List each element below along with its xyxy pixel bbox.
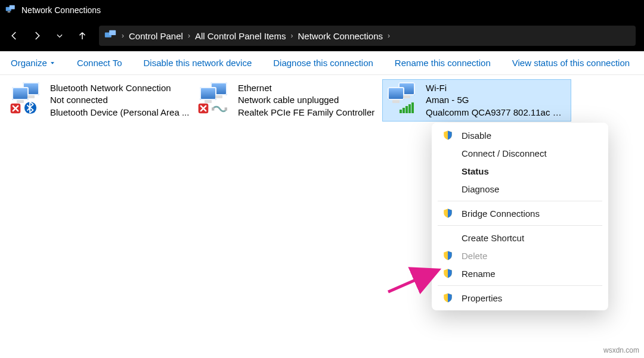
shield-icon — [442, 268, 453, 279]
svg-rect-9 — [225, 107, 227, 110]
connection-item-bluetooth[interactable]: Bluetooth Network Connection Not connect… — [7, 80, 195, 121]
titlebar: Network Connections — [0, 0, 644, 20]
menu-separator — [438, 201, 602, 201]
connection-status: Not connected — [50, 94, 189, 106]
connection-icon — [199, 82, 233, 113]
menu-label: Status — [462, 166, 489, 176]
svg-rect-4 — [109, 30, 116, 35]
svg-rect-13 — [408, 104, 411, 113]
connection-icon — [386, 82, 421, 113]
svg-rect-12 — [405, 106, 408, 113]
error-icon — [10, 102, 21, 114]
recent-dropdown[interactable] — [54, 30, 66, 42]
rename-button[interactable]: Rename this connection — [395, 58, 491, 68]
connection-status: Aman - 5G — [426, 94, 569, 106]
command-toolbar: Organize Connect To Disable this network… — [0, 51, 644, 75]
menu-status[interactable]: Status — [432, 162, 608, 180]
forward-button[interactable] — [31, 30, 43, 42]
disable-device-button[interactable]: Disable this network device — [143, 58, 252, 68]
connection-name: Bluetooth Network Connection — [50, 82, 189, 94]
breadcrumb-item[interactable]: All Control Panel Items — [195, 31, 286, 41]
menu-create-shortcut[interactable]: Create Shortcut — [432, 229, 608, 247]
bluetooth-icon — [24, 101, 37, 114]
shield-icon — [442, 130, 453, 141]
chevron-down-icon — [49, 60, 55, 66]
signal-bars-icon — [400, 102, 414, 113]
address-bar[interactable]: › Control Panel › All Control Panel Item… — [99, 26, 636, 46]
menu-label: Diagnose — [462, 184, 499, 194]
chevron-icon: › — [388, 32, 390, 40]
menu-separator — [438, 225, 602, 226]
menu-delete: Delete — [432, 247, 608, 264]
svg-rect-8 — [212, 107, 214, 110]
connect-to-button[interactable]: Connect To — [77, 58, 122, 68]
connection-device: Bluetooth Device (Personal Area ... — [50, 107, 189, 119]
up-button[interactable] — [76, 30, 88, 42]
window-title: Network Connections — [21, 5, 101, 15]
menu-separator — [438, 285, 602, 286]
svg-rect-1 — [10, 5, 15, 10]
connection-name: Ethernet — [238, 82, 374, 94]
connection-device: Qualcomm QCA9377 802.11ac Wi... — [426, 107, 569, 119]
menu-label: Connect / Disconnect — [462, 148, 547, 158]
watermark: wsxdn.com — [603, 346, 639, 354]
menu-rename[interactable]: Rename — [432, 264, 608, 282]
navbar: › Control Panel › All Control Panel Item… — [0, 20, 644, 51]
shield-icon — [442, 292, 453, 303]
connections-list: Bluetooth Network Connection Not connect… — [0, 75, 644, 126]
menu-diagnose[interactable]: Diagnose — [432, 180, 608, 198]
menu-label: Bridge Connections — [462, 208, 540, 219]
svg-rect-10 — [400, 110, 402, 113]
breadcrumb-item[interactable]: Control Panel — [129, 31, 183, 41]
connection-icon — [11, 82, 45, 113]
menu-label: Create Shortcut — [462, 233, 524, 243]
shield-icon — [442, 208, 453, 219]
connection-status: Network cable unplugged — [238, 94, 374, 106]
menu-disable[interactable]: Disable — [432, 126, 608, 144]
menu-connect[interactable]: Connect / Disconnect — [432, 144, 608, 162]
organize-label: Organize — [11, 58, 47, 68]
menu-properties[interactable]: Properties — [432, 289, 608, 307]
menu-label: Delete — [462, 251, 487, 261]
back-button[interactable] — [8, 30, 20, 42]
svg-rect-11 — [402, 108, 405, 113]
view-status-button[interactable]: View status of this connection — [512, 58, 630, 68]
chevron-icon: › — [188, 32, 190, 40]
context-menu: Disable Connect / Disconnect Status Diag… — [432, 123, 608, 310]
chevron-icon: › — [122, 32, 124, 40]
cable-icon — [212, 105, 227, 113]
folder-icon — [104, 29, 117, 42]
error-icon — [197, 102, 209, 114]
menu-label: Disable — [462, 130, 491, 141]
menu-bridge[interactable]: Bridge Connections — [432, 204, 608, 222]
connection-item-ethernet[interactable]: Ethernet Network cable unplugged Realtek… — [195, 80, 383, 121]
connection-name: Wi-Fi — [426, 82, 569, 94]
diagnose-button[interactable]: Diagnose this connection — [273, 58, 373, 68]
organize-menu[interactable]: Organize — [11, 58, 55, 68]
app-icon — [4, 3, 18, 17]
menu-label: Rename — [462, 269, 496, 279]
connection-device: Realtek PCIe FE Family Controller — [238, 107, 374, 119]
svg-rect-2 — [8, 11, 11, 13]
shield-icon — [442, 250, 453, 261]
breadcrumb-item[interactable]: Network Connections — [298, 31, 383, 41]
menu-label: Properties — [462, 293, 502, 303]
svg-rect-14 — [411, 102, 414, 113]
chevron-icon: › — [290, 32, 293, 40]
connection-item-wifi[interactable]: Wi-Fi Aman - 5G Qualcomm QCA9377 802.11a… — [383, 80, 571, 121]
